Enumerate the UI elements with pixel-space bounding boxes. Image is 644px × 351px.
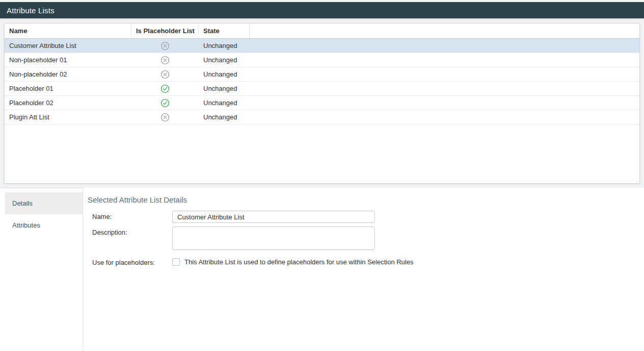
cell-state: Unchanged (199, 110, 250, 124)
side-tab-list: Details Attributes (0, 188, 83, 351)
selected-attribute-list-details: Selected Attribute List Details Name: De… (83, 188, 644, 351)
description-textarea[interactable] (172, 227, 375, 250)
cell-state: Unchanged (199, 53, 250, 67)
use-for-placeholders-checkbox[interactable] (172, 258, 180, 266)
cell-empty (250, 67, 639, 81)
use-for-placeholders-label: Use for placeholders: (88, 257, 172, 266)
x-circle-icon (160, 113, 170, 122)
cell-name: Placeholder 01 (5, 82, 131, 95)
column-header-state[interactable]: State (199, 23, 250, 38)
table-body: Customer Attribute List Unchanged Non-pl… (5, 39, 639, 183)
x-circle-icon (160, 70, 170, 79)
tab-details[interactable]: Details (5, 192, 83, 214)
cell-state: Unchanged (199, 82, 250, 95)
cell-name: Non-placeholder 02 (5, 67, 131, 81)
cell-empty (250, 53, 639, 67)
tab-attributes-label: Attributes (12, 221, 40, 229)
use-for-placeholders-control: This Attribute List is used to define pl… (172, 257, 413, 266)
table-row[interactable]: Placeholder 02 Unchanged (5, 96, 639, 110)
page: Attribute Lists Name Is Placeholder List… (0, 2, 644, 351)
cell-is-placeholder (131, 82, 199, 95)
cell-empty (250, 110, 639, 124)
cell-empty (250, 96, 639, 110)
use-for-placeholders-description: This Attribute List is used to define pl… (184, 258, 413, 266)
tab-attributes[interactable]: Attributes (5, 214, 83, 236)
page-title: Attribute Lists (7, 6, 55, 15)
cell-empty (250, 82, 639, 95)
cell-state: Unchanged (199, 67, 250, 81)
table-row[interactable]: Customer Attribute List Unchanged (5, 39, 639, 53)
details-panel: Details Attributes Selected Attribute Li… (0, 188, 644, 351)
cell-is-placeholder (131, 110, 199, 124)
cell-state: Unchanged (199, 39, 250, 53)
cell-name: Plugin Att List (5, 110, 131, 124)
column-header-name[interactable]: Name (5, 23, 131, 38)
name-label: Name: (88, 211, 172, 223)
cell-is-placeholder (131, 53, 199, 67)
x-circle-icon (160, 41, 170, 51)
table-row[interactable]: Placeholder 01 Unchanged (5, 82, 639, 96)
description-form-row: Description: (88, 227, 644, 250)
cell-state: Unchanged (199, 96, 250, 110)
table-header-row: Name Is Placeholder List State (5, 23, 639, 39)
name-form-row: Name: (88, 211, 644, 223)
cell-empty (250, 39, 639, 53)
table-row[interactable]: Non-placeholder 01 Unchanged (5, 53, 639, 67)
cell-name: Placeholder 02 (5, 96, 131, 110)
details-heading: Selected Attribute List Details (88, 195, 644, 204)
use-for-placeholders-row: Use for placeholders: This Attribute Lis… (88, 257, 644, 266)
attribute-lists-table: Name Is Placeholder List State Customer … (4, 23, 640, 184)
cell-name: Customer Attribute List (5, 39, 131, 53)
cell-name: Non-placeholder 01 (5, 53, 131, 67)
cell-is-placeholder (131, 67, 199, 81)
check-circle-icon (160, 98, 170, 108)
name-input[interactable] (172, 211, 375, 223)
check-circle-icon (160, 84, 170, 93)
x-circle-icon (160, 56, 170, 65)
description-label: Description: (88, 227, 172, 250)
cell-is-placeholder (131, 96, 199, 110)
cell-is-placeholder (131, 39, 199, 53)
table-row[interactable]: Non-placeholder 02 Unchanged (5, 67, 639, 82)
column-header-empty (250, 23, 639, 38)
title-bar: Attribute Lists (0, 2, 644, 18)
tab-details-label: Details (12, 199, 33, 207)
table-row[interactable]: Plugin Att List Unchanged (5, 110, 639, 124)
column-header-is-placeholder-list[interactable]: Is Placeholder List (131, 23, 199, 38)
